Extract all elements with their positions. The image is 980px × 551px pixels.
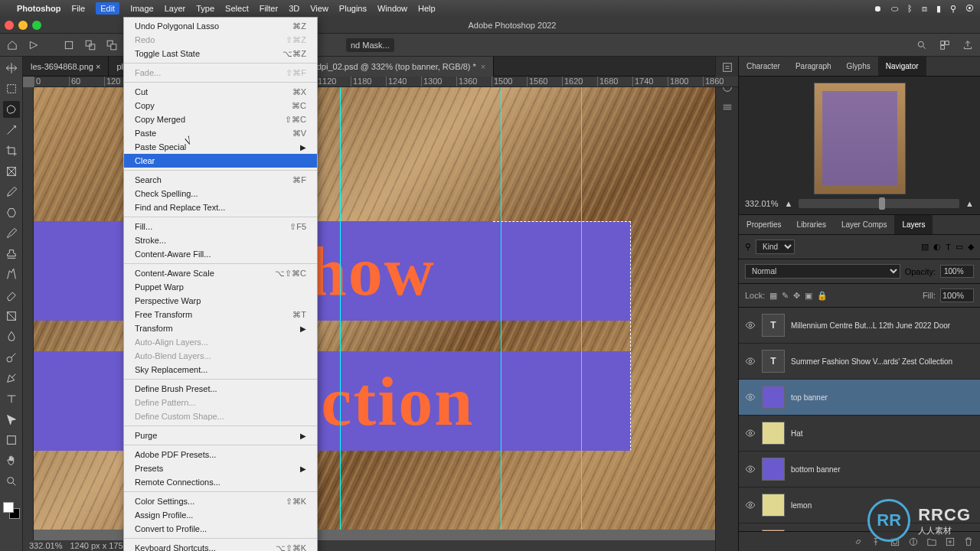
control-icon[interactable]: ⦿ bbox=[965, 4, 974, 13]
menu-item-transform[interactable]: Transform▶ bbox=[124, 321, 317, 335]
layer-row[interactable]: Hat bbox=[739, 416, 980, 452]
menu-item-cut[interactable]: Cut⌘X bbox=[124, 85, 317, 99]
traffic-lights[interactable] bbox=[5, 21, 41, 30]
dodge-tool-icon[interactable] bbox=[3, 349, 20, 366]
eyedrop-tool-icon[interactable] bbox=[3, 184, 20, 201]
menu-3d[interactable]: 3D bbox=[289, 4, 299, 13]
menu-item-copy[interactable]: Copy⌘C bbox=[124, 99, 317, 112]
menu-item-content-aware-scale[interactable]: Content-Aware Scale⌥⇧⌘C bbox=[124, 266, 317, 280]
cc-icon[interactable]: ⬭ bbox=[891, 4, 898, 14]
tool-palette[interactable] bbox=[0, 57, 23, 551]
menu-item-purge[interactable]: Purge▶ bbox=[124, 429, 317, 442]
crop-tool-icon[interactable] bbox=[3, 142, 20, 159]
gradient-tool-icon[interactable] bbox=[3, 308, 20, 324]
menu-item-assign-profile[interactable]: Assign Profile... bbox=[124, 508, 317, 522]
menu-item-fill[interactable]: Fill...⇧F5 bbox=[124, 220, 317, 233]
shape-tool-icon[interactable] bbox=[3, 432, 20, 448]
right-panel-dock[interactable]: Character Paragraph Glyphs Navigator 332… bbox=[738, 57, 980, 551]
menu-item-clear[interactable]: Clear bbox=[124, 154, 317, 168]
layer-row[interactable]: bottom banner bbox=[739, 452, 980, 487]
lock-pos-icon[interactable]: ✥ bbox=[793, 291, 800, 301]
tab-layers[interactable]: Layers bbox=[894, 215, 933, 234]
sel-add-icon[interactable] bbox=[83, 37, 98, 53]
record-icon[interactable]: ⏺ bbox=[874, 4, 882, 13]
blend-mode[interactable]: Normal bbox=[745, 264, 900, 279]
layer-row[interactable]: TSummer Fashion Show V...ards' Zest Coll… bbox=[739, 344, 980, 380]
history-panel-icon[interactable] bbox=[721, 61, 733, 73]
maximize-button[interactable] bbox=[32, 21, 41, 30]
marquee-tool-icon[interactable] bbox=[3, 80, 20, 97]
visibility-icon[interactable] bbox=[745, 500, 756, 510]
bluetooth-icon[interactable]: ᛒ bbox=[907, 4, 913, 13]
search-icon[interactable] bbox=[914, 37, 929, 53]
menu-item-presets[interactable]: Presets▶ bbox=[124, 461, 317, 475]
wifi-icon[interactable]: ⧈ bbox=[922, 4, 927, 14]
brush-tool-icon[interactable] bbox=[3, 225, 20, 242]
menu-edit[interactable]: Edit bbox=[96, 2, 119, 15]
frame-tool-icon[interactable] bbox=[3, 163, 20, 180]
menu-item-keyboard-shortcuts[interactable]: Keyboard Shortcuts...⌥⇧⌘K bbox=[124, 541, 317, 551]
hand-tool-icon[interactable] bbox=[3, 452, 20, 469]
type-tool-icon[interactable] bbox=[3, 390, 20, 407]
menu-item-convert-to-profile[interactable]: Convert to Profile... bbox=[124, 522, 317, 536]
filter-icon[interactable]: ⚲ bbox=[745, 242, 751, 252]
lock-all-icon[interactable]: 🔒 bbox=[817, 291, 828, 301]
lock-trans-icon[interactable]: ▦ bbox=[769, 291, 777, 301]
layer-name[interactable]: bottom banner bbox=[791, 465, 974, 474]
tab-layercomps[interactable]: Layer Comps bbox=[834, 215, 894, 234]
menu-filter[interactable]: Filter bbox=[260, 4, 278, 13]
layer-row[interactable]: top banner bbox=[739, 380, 980, 416]
layer-row[interactable]: TMillennium Centre But...L 12th June 202… bbox=[739, 308, 980, 344]
lock-nest-icon[interactable]: ▣ bbox=[805, 291, 812, 301]
menu-item-check-spelling[interactable]: Check Spelling... bbox=[124, 187, 317, 201]
visibility-icon[interactable] bbox=[745, 320, 756, 331]
share-icon[interactable] bbox=[960, 37, 975, 53]
sel-sub-icon[interactable] bbox=[104, 37, 119, 53]
filter-kind[interactable]: Kind bbox=[756, 240, 795, 254]
app-menu[interactable]: Photoshop bbox=[17, 4, 60, 13]
mac-menubar[interactable]: Photoshop File Edit Image Layer Type Sel… bbox=[0, 0, 980, 17]
stamp-tool-icon[interactable] bbox=[3, 246, 20, 262]
menu-plugins[interactable]: Plugins bbox=[339, 4, 367, 13]
close-button[interactable] bbox=[5, 21, 14, 30]
tab-navigator[interactable]: Navigator bbox=[878, 57, 926, 76]
menu-layer[interactable]: Layer bbox=[165, 4, 186, 13]
sel-new-icon[interactable] bbox=[61, 37, 77, 53]
navigator-thumbnail[interactable] bbox=[814, 83, 906, 194]
menu-help[interactable]: Help bbox=[418, 4, 436, 13]
swatch-panel-icon[interactable] bbox=[721, 101, 733, 113]
fill-input[interactable] bbox=[940, 289, 974, 302]
lasso-tool-icon[interactable] bbox=[3, 101, 20, 118]
link-icon[interactable] bbox=[853, 536, 864, 547]
tab-character[interactable]: Character bbox=[739, 57, 788, 76]
menu-item-copy-merged[interactable]: Copy Merged⇧⌘C bbox=[124, 112, 317, 126]
menu-item-paste[interactable]: Paste⌘V bbox=[124, 126, 317, 140]
guide[interactable] bbox=[581, 87, 582, 530]
navigator-panel[interactable]: 332.01% ▲ ▲ bbox=[739, 77, 980, 215]
menu-window[interactable]: Window bbox=[377, 4, 407, 13]
collapsed-panel-strip[interactable] bbox=[715, 57, 738, 551]
filter-smart-icon[interactable]: ◆ bbox=[968, 242, 974, 252]
edit-menu-dropdown[interactable]: Undo Polygonal Lasso⌘ZRedo⇧⌘ZToggle Last… bbox=[123, 17, 318, 551]
menu-item-puppet-warp[interactable]: Puppet Warp bbox=[124, 280, 317, 294]
close-icon[interactable]: × bbox=[481, 62, 485, 71]
menu-item-free-transform[interactable]: Free Transform⌘T bbox=[124, 308, 317, 321]
visibility-icon[interactable] bbox=[745, 392, 756, 403]
layer-name[interactable]: Millennium Centre But...L 12th June 2022… bbox=[791, 321, 974, 330]
color-swatches[interactable] bbox=[3, 502, 20, 519]
menu-item-color-settings[interactable]: Color Settings...⇧⌘K bbox=[124, 494, 317, 508]
layer-name[interactable]: top banner bbox=[791, 393, 974, 402]
battery-icon[interactable]: ▮ bbox=[936, 4, 941, 14]
pen-tool-icon[interactable] bbox=[3, 370, 20, 386]
tab-paragraph[interactable]: Paragraph bbox=[788, 57, 839, 76]
blur-tool-icon[interactable] bbox=[3, 328, 20, 345]
move-tool-icon[interactable] bbox=[3, 60, 20, 77]
menu-view[interactable]: View bbox=[310, 4, 328, 13]
menu-image[interactable]: Image bbox=[130, 4, 154, 13]
menu-item-toggle-last-state[interactable]: Toggle Last State⌥⌘Z bbox=[124, 47, 317, 60]
menu-item-remote-connections[interactable]: Remote Connections... bbox=[124, 475, 317, 489]
filter-image-icon[interactable]: ▧ bbox=[921, 242, 929, 252]
zoom-slider[interactable] bbox=[799, 199, 959, 208]
history-tool-icon[interactable] bbox=[3, 266, 20, 283]
menu-item-perspective-warp[interactable]: Perspective Warp bbox=[124, 294, 317, 308]
